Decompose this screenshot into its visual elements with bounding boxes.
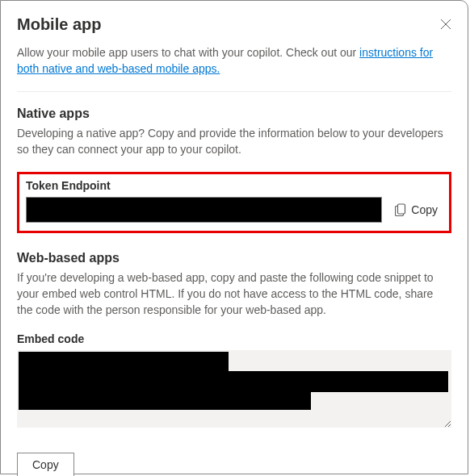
copy-token-button[interactable]: Copy	[390, 200, 443, 219]
embed-code-label: Embed code	[17, 332, 451, 345]
token-row: Copy	[26, 197, 443, 223]
web-apps-section: Web-based apps If you're developing a we…	[17, 251, 451, 476]
mobile-app-panel: Mobile app Allow your mobile app users t…	[0, 0, 468, 474]
token-endpoint-label: Token Endpoint	[26, 179, 443, 192]
embed-code-wrap	[17, 350, 451, 441]
native-heading: Native apps	[17, 106, 451, 121]
intro-static: Allow your mobile app users to chat with…	[17, 46, 359, 59]
copy-embed-button[interactable]: Copy	[17, 453, 74, 476]
page-title: Mobile app	[17, 15, 101, 34]
divider	[17, 91, 451, 92]
close-icon[interactable]	[440, 19, 451, 30]
web-desc: If you're developing a web-based app, co…	[17, 270, 451, 318]
copy-icon	[395, 203, 406, 216]
native-desc: Developing a native app? Copy and provid…	[17, 126, 451, 157]
web-heading: Web-based apps	[17, 251, 451, 265]
intro-text: Allow your mobile app users to chat with…	[17, 45, 451, 77]
redaction-block	[19, 392, 311, 410]
panel-header: Mobile app	[17, 15, 451, 34]
token-endpoint-highlight: Token Endpoint Copy	[17, 172, 451, 233]
svg-rect-2	[398, 204, 405, 214]
native-apps-section: Native apps Developing a native app? Cop…	[17, 106, 451, 233]
token-endpoint-input[interactable]	[26, 197, 382, 223]
redaction-block	[19, 352, 229, 371]
redaction-block	[19, 371, 448, 392]
copy-token-label: Copy	[411, 203, 438, 216]
